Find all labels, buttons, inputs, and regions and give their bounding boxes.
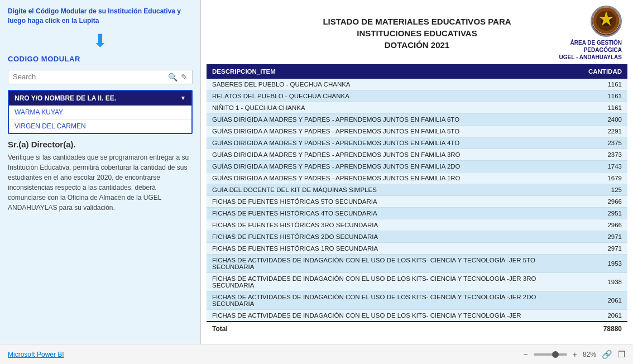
item-description: FICHAS DE ACTIVIDADES DE INDAGACIÓN CON … xyxy=(207,255,583,273)
table-row: FICHAS DE FUENTES HISTÓRICAS 1RO SECUNDA… xyxy=(207,243,627,255)
item-description: SABERES DEL PUEBLO - QUECHUA CHANKA xyxy=(207,79,583,90)
item-quantity: 2966 xyxy=(583,196,627,208)
total-quantity: 78880 xyxy=(583,322,627,336)
list-item[interactable]: WARMA KUYAY xyxy=(9,106,191,119)
col-quantity: CANTIDAD xyxy=(583,64,627,79)
powerbi-link[interactable]: Microsoft Power BI xyxy=(8,351,64,358)
item-description: GUÍAS DIRIGIDA A MADRES Y PADRES - APREN… xyxy=(207,137,583,149)
item-description: FICHAS DE FUENTES HISTÓRICAS 1RO SECUNDA… xyxy=(207,243,583,255)
table-row: FICHAS DE FUENTES HISTÓRICAS 2DO SECUNDA… xyxy=(207,231,627,243)
item-description: GUÍAS DIRIGIDA A MADRES Y PADRES - APREN… xyxy=(207,161,583,173)
zoom-slider[interactable] xyxy=(534,353,567,356)
item-quantity: 2951 xyxy=(583,208,627,219)
header-title: LISTADO DE MATERIALES EDUCATIVOS PARA IN… xyxy=(301,16,533,51)
list-item[interactable]: VIRGEN DEL CARMEN xyxy=(9,119,191,133)
dropdown-header-label: NRO Y/O NOMBRE DE LA II. EE. xyxy=(15,94,116,102)
table-row: FICHAS DE FUENTES HISTÓRICAS 3RO SECUNDA… xyxy=(207,219,627,231)
item-quantity: 2971 xyxy=(583,243,627,255)
col-description: DESCRIPCION_ITEM xyxy=(207,64,583,79)
zoom-minus-button[interactable]: − xyxy=(521,350,530,359)
item-description: FICHAS DE FUENTES HISTÓRICAS 3RO SECUNDA… xyxy=(207,219,583,231)
fullscreen-icon[interactable]: ❐ xyxy=(618,349,625,360)
left-panel: Digite el Código Modular de su Instituci… xyxy=(0,0,201,344)
table-row: FICHAS DE ACTIVIDADES DE INDAGACIÓN CON … xyxy=(207,273,627,291)
table-row: NIÑITO 1 - QUECHUA CHANKA1161 xyxy=(207,102,627,114)
table-row: GUÍAS DIRIGIDA A MADRES Y PADRES - APREN… xyxy=(207,149,627,161)
title-line1: LISTADO DE MATERIALES EDUCATIVOS PARA xyxy=(323,17,511,26)
table-row: FICHAS DE ACTIVIDADES DE INDAGACIÓN CON … xyxy=(207,255,627,273)
item-quantity: 1161 xyxy=(583,102,627,114)
item-description: GUÍAS DIRIGIDA A MADRES Y PADRES - APREN… xyxy=(207,126,583,137)
zoom-plus-button[interactable]: + xyxy=(570,350,579,359)
logo-area: ÁREA DE GESTIÓN PEDAGÓGICAUGEL - ANDAHUA… xyxy=(533,6,622,61)
director-title: Sr.(a) Director(a). xyxy=(8,140,193,149)
item-description: GUÍAS DIRIGIDA A MADRES Y PADRES - APREN… xyxy=(207,173,583,184)
materials-table: DESCRIPCION_ITEM CANTIDAD SABERES DEL PU… xyxy=(207,64,627,336)
table-row: GUÍA DEL DOCENTE DEL KIT DE MÁQUINAS SIM… xyxy=(207,184,627,196)
table-row: FICHAS DE ACTIVIDADES DE INDAGACIÓN CON … xyxy=(207,310,627,322)
dropdown-header[interactable]: NRO Y/O NOMBRE DE LA II. EE. ▼ xyxy=(9,91,191,106)
header-section: LISTADO DE MATERIALES EDUCATIVOS PARA IN… xyxy=(201,0,633,64)
table-container: DESCRIPCION_ITEM CANTIDAD SABERES DEL PU… xyxy=(201,64,633,344)
item-quantity: 1743 xyxy=(583,161,627,173)
item-quantity: 2061 xyxy=(583,310,627,322)
table-row: GUÍAS DIRIGIDA A MADRES Y PADRES - APREN… xyxy=(207,126,627,137)
item-description: FICHAS DE ACTIVIDADES DE INDAGACIÓN CON … xyxy=(207,273,583,291)
edit-icon[interactable]: ✎ xyxy=(181,73,188,82)
zoom-level: 82% xyxy=(583,351,596,358)
table-row: SABERES DEL PUEBLO - QUECHUA CHANKA1161 xyxy=(207,79,627,90)
item-description: GUÍA DEL DOCENTE DEL KIT DE MÁQUINAS SIM… xyxy=(207,184,583,196)
item-quantity: 2375 xyxy=(583,137,627,149)
chevron-down-icon: ▼ xyxy=(180,95,186,101)
search-input[interactable] xyxy=(13,73,165,81)
total-label: Total xyxy=(207,322,583,336)
item-description: RELATOS DEL PUEBLO - QUECHUA CHANKA xyxy=(207,90,583,102)
share-icon[interactable]: 🔗 xyxy=(602,349,612,360)
item-quantity: 2400 xyxy=(583,114,627,126)
codigo-modular-label: CODIGO MODULAR xyxy=(8,55,193,63)
table-row: GUÍAS DIRIGIDA A MADRES Y PADRES - APREN… xyxy=(207,161,627,173)
table-row: FICHAS DE ACTIVIDADES DE INDAGACIÓN CON … xyxy=(207,291,627,310)
item-quantity: 2061 xyxy=(583,291,627,310)
item-description: GUÍAS DIRIGIDA A MADRES Y PADRES - APREN… xyxy=(207,114,583,126)
item-quantity: 2291 xyxy=(583,126,627,137)
item-quantity: 1953 xyxy=(583,255,627,273)
item-quantity: 2373 xyxy=(583,149,627,161)
title-line3: DOTACIÓN 2021 xyxy=(385,40,449,50)
zoom-slider-thumb xyxy=(552,351,559,358)
zoom-controls: − + 82% xyxy=(521,350,596,359)
table-row: FICHAS DE FUENTES HISTÓRICAS 4TO SECUNDA… xyxy=(207,208,627,219)
item-quantity: 1161 xyxy=(583,90,627,102)
down-arrow-icon: ⬇ xyxy=(8,30,193,51)
school-dropdown[interactable]: NRO Y/O NOMBRE DE LA II. EE. ▼ WARMA KUY… xyxy=(8,90,193,134)
item-description: NIÑITO 1 - QUECHUA CHANKA xyxy=(207,102,583,114)
item-description: FICHAS DE FUENTES HISTÓRICAS 4TO SECUNDA… xyxy=(207,208,583,219)
item-description: GUÍAS DIRIGIDA A MADRES Y PADRES - APREN… xyxy=(207,149,583,161)
logo-inner xyxy=(592,7,620,36)
logo-circle xyxy=(591,6,622,37)
item-quantity: 1679 xyxy=(583,173,627,184)
bottom-bar: Microsoft Power BI − + 82% 🔗 ❐ xyxy=(0,344,633,364)
item-description: FICHAS DE ACTIVIDADES DE INDAGACIÓN CON … xyxy=(207,291,583,310)
title-line2: INSTITUCIONES EDUCATIVAS xyxy=(357,28,477,38)
instruction-text: Digite el Código Modular de su Instituci… xyxy=(8,7,193,26)
search-box: 🔍 ✎ xyxy=(8,70,193,84)
item-quantity: 2966 xyxy=(583,219,627,231)
logo-text: ÁREA DE GESTIÓN PEDAGÓGICAUGEL - ANDAHUA… xyxy=(533,39,622,61)
item-quantity: 1161 xyxy=(583,79,627,90)
item-quantity: 2971 xyxy=(583,231,627,243)
search-icon[interactable]: 🔍 xyxy=(168,73,178,82)
item-description: FICHAS DE FUENTES HISTÓRICAS 5TO SECUNDA… xyxy=(207,196,583,208)
table-row: GUÍAS DIRIGIDA A MADRES Y PADRES - APREN… xyxy=(207,114,627,126)
table-row: FICHAS DE FUENTES HISTÓRICAS 5TO SECUNDA… xyxy=(207,196,627,208)
director-section: Sr.(a) Director(a). Verifique si las can… xyxy=(8,140,193,213)
item-description: FICHAS DE ACTIVIDADES DE INDAGACIÓN CON … xyxy=(207,310,583,322)
item-description: FICHAS DE FUENTES HISTÓRICAS 2DO SECUNDA… xyxy=(207,231,583,243)
bottom-icons: 🔗 ❐ xyxy=(602,349,625,360)
director-body: Verifique si las cantidades que se progr… xyxy=(8,152,193,213)
right-panel: LISTADO DE MATERIALES EDUCATIVOS PARA IN… xyxy=(201,0,633,344)
total-row: Total 78880 xyxy=(207,322,627,336)
main-container: Digite el Código Modular de su Instituci… xyxy=(0,0,633,344)
item-quantity: 125 xyxy=(583,184,627,196)
table-row: RELATOS DEL PUEBLO - QUECHUA CHANKA1161 xyxy=(207,90,627,102)
